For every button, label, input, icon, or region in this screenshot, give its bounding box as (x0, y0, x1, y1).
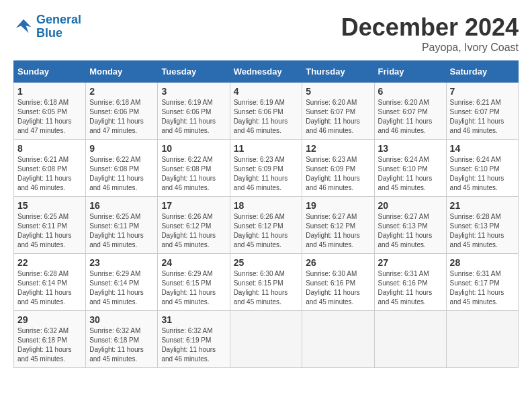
day-info: Sunrise: 6:28 AM Sunset: 6:13 PM Dayligh… (450, 212, 515, 250)
day-info: Sunrise: 6:20 AM Sunset: 6:07 PM Dayligh… (306, 98, 370, 136)
location: Payopa, Ivory Coast (341, 42, 519, 54)
calendar-cell: 13Sunrise: 6:24 AM Sunset: 6:10 PM Dayli… (374, 140, 446, 197)
day-number: 12 (306, 143, 370, 154)
month-title: December 2024 (341, 13, 519, 42)
day-number: 28 (450, 257, 515, 268)
day-info: Sunrise: 6:30 AM Sunset: 6:16 PM Dayligh… (306, 269, 370, 307)
day-number: 25 (234, 257, 299, 268)
day-number: 31 (161, 314, 226, 325)
calendar-cell: 5Sunrise: 6:20 AM Sunset: 6:07 PM Daylig… (302, 83, 374, 140)
day-number: 16 (89, 200, 154, 211)
calendar-cell: 22Sunrise: 6:28 AM Sunset: 6:14 PM Dayli… (14, 254, 86, 311)
calendar-cell (302, 311, 374, 368)
logo: General Blue (13, 13, 81, 40)
day-number: 9 (89, 143, 154, 154)
svg-marker-0 (16, 19, 32, 33)
day-number: 3 (161, 86, 226, 97)
weekday-header-sunday: Sunday (14, 61, 86, 83)
calendar-cell: 30Sunrise: 6:32 AM Sunset: 6:18 PM Dayli… (86, 311, 158, 368)
day-number: 29 (17, 314, 82, 325)
weekday-header-friday: Friday (374, 61, 446, 83)
calendar-cell: 3Sunrise: 6:19 AM Sunset: 6:06 PM Daylig… (158, 83, 230, 140)
weekday-header-row: SundayMondayTuesdayWednesdayThursdayFrid… (14, 61, 519, 83)
day-number: 10 (161, 143, 226, 154)
weekday-header-wednesday: Wednesday (230, 61, 302, 83)
calendar-cell: 25Sunrise: 6:30 AM Sunset: 6:15 PM Dayli… (230, 254, 302, 311)
weekday-header-monday: Monday (86, 61, 158, 83)
title-block: December 2024 Payopa, Ivory Coast (341, 13, 519, 54)
weekday-header-tuesday: Tuesday (158, 61, 230, 83)
day-info: Sunrise: 6:18 AM Sunset: 6:06 PM Dayligh… (89, 98, 154, 136)
day-info: Sunrise: 6:21 AM Sunset: 6:08 PM Dayligh… (17, 155, 82, 193)
calendar-cell: 20Sunrise: 6:27 AM Sunset: 6:13 PM Dayli… (374, 197, 446, 254)
calendar-week-row: 15Sunrise: 6:25 AM Sunset: 6:11 PM Dayli… (14, 197, 519, 254)
day-info: Sunrise: 6:19 AM Sunset: 6:06 PM Dayligh… (161, 98, 226, 136)
calendar-table: SundayMondayTuesdayWednesdayThursdayFrid… (13, 60, 519, 368)
calendar-cell (446, 311, 518, 368)
calendar-cell: 11Sunrise: 6:23 AM Sunset: 6:09 PM Dayli… (230, 140, 302, 197)
day-info: Sunrise: 6:18 AM Sunset: 6:05 PM Dayligh… (17, 98, 82, 136)
day-info: Sunrise: 6:28 AM Sunset: 6:14 PM Dayligh… (17, 269, 82, 307)
logo-text: General Blue (36, 13, 81, 40)
calendar-week-row: 1Sunrise: 6:18 AM Sunset: 6:05 PM Daylig… (14, 83, 519, 140)
day-info: Sunrise: 6:27 AM Sunset: 6:13 PM Dayligh… (378, 212, 443, 250)
calendar-cell: 14Sunrise: 6:24 AM Sunset: 6:10 PM Dayli… (446, 140, 518, 197)
day-number: 8 (17, 143, 82, 154)
calendar-cell (230, 311, 302, 368)
day-info: Sunrise: 6:30 AM Sunset: 6:15 PM Dayligh… (234, 269, 299, 307)
calendar-cell: 24Sunrise: 6:29 AM Sunset: 6:15 PM Dayli… (158, 254, 230, 311)
day-info: Sunrise: 6:29 AM Sunset: 6:15 PM Dayligh… (161, 269, 226, 307)
day-info: Sunrise: 6:20 AM Sunset: 6:07 PM Dayligh… (378, 98, 443, 136)
day-number: 5 (306, 86, 370, 97)
calendar-cell: 28Sunrise: 6:31 AM Sunset: 6:17 PM Dayli… (446, 254, 518, 311)
calendar-week-row: 8Sunrise: 6:21 AM Sunset: 6:08 PM Daylig… (14, 140, 519, 197)
day-info: Sunrise: 6:19 AM Sunset: 6:06 PM Dayligh… (234, 98, 299, 136)
day-info: Sunrise: 6:24 AM Sunset: 6:10 PM Dayligh… (450, 155, 515, 193)
calendar-cell: 18Sunrise: 6:26 AM Sunset: 6:12 PM Dayli… (230, 197, 302, 254)
calendar-cell: 16Sunrise: 6:25 AM Sunset: 6:11 PM Dayli… (86, 197, 158, 254)
calendar-cell: 10Sunrise: 6:22 AM Sunset: 6:08 PM Dayli… (158, 140, 230, 197)
day-number: 27 (378, 257, 443, 268)
calendar-cell: 7Sunrise: 6:21 AM Sunset: 6:07 PM Daylig… (446, 83, 518, 140)
day-number: 1 (17, 86, 82, 97)
day-info: Sunrise: 6:21 AM Sunset: 6:07 PM Dayligh… (450, 98, 515, 136)
day-info: Sunrise: 6:23 AM Sunset: 6:09 PM Dayligh… (234, 155, 299, 193)
day-info: Sunrise: 6:22 AM Sunset: 6:08 PM Dayligh… (89, 155, 154, 193)
calendar-cell: 2Sunrise: 6:18 AM Sunset: 6:06 PM Daylig… (86, 83, 158, 140)
calendar-cell: 1Sunrise: 6:18 AM Sunset: 6:05 PM Daylig… (14, 83, 86, 140)
day-number: 15 (17, 200, 82, 211)
day-number: 18 (234, 200, 299, 211)
calendar-cell: 17Sunrise: 6:26 AM Sunset: 6:12 PM Dayli… (158, 197, 230, 254)
day-number: 2 (89, 86, 154, 97)
logo-icon (13, 17, 34, 37)
calendar-cell: 12Sunrise: 6:23 AM Sunset: 6:09 PM Dayli… (302, 140, 374, 197)
day-info: Sunrise: 6:22 AM Sunset: 6:08 PM Dayligh… (161, 155, 226, 193)
calendar-cell: 6Sunrise: 6:20 AM Sunset: 6:07 PM Daylig… (374, 83, 446, 140)
day-number: 24 (161, 257, 226, 268)
day-info: Sunrise: 6:26 AM Sunset: 6:12 PM Dayligh… (161, 212, 226, 250)
day-info: Sunrise: 6:32 AM Sunset: 6:18 PM Dayligh… (89, 326, 154, 364)
day-info: Sunrise: 6:31 AM Sunset: 6:17 PM Dayligh… (450, 269, 515, 307)
day-info: Sunrise: 6:32 AM Sunset: 6:19 PM Dayligh… (161, 326, 226, 364)
day-number: 17 (161, 200, 226, 211)
page-header: General Blue December 2024 Payopa, Ivory… (13, 13, 519, 54)
calendar-cell: 8Sunrise: 6:21 AM Sunset: 6:08 PM Daylig… (14, 140, 86, 197)
day-number: 19 (306, 200, 370, 211)
day-info: Sunrise: 6:27 AM Sunset: 6:12 PM Dayligh… (306, 212, 370, 250)
day-number: 4 (234, 86, 299, 97)
day-number: 13 (378, 143, 443, 154)
day-number: 26 (306, 257, 370, 268)
day-info: Sunrise: 6:24 AM Sunset: 6:10 PM Dayligh… (378, 155, 443, 193)
calendar-cell: 9Sunrise: 6:22 AM Sunset: 6:08 PM Daylig… (86, 140, 158, 197)
calendar-cell: 26Sunrise: 6:30 AM Sunset: 6:16 PM Dayli… (302, 254, 374, 311)
calendar-cell: 15Sunrise: 6:25 AM Sunset: 6:11 PM Dayli… (14, 197, 86, 254)
day-number: 6 (378, 86, 443, 97)
weekday-header-saturday: Saturday (446, 61, 518, 83)
day-number: 23 (89, 257, 154, 268)
day-info: Sunrise: 6:25 AM Sunset: 6:11 PM Dayligh… (89, 212, 154, 250)
calendar-cell: 21Sunrise: 6:28 AM Sunset: 6:13 PM Dayli… (446, 197, 518, 254)
calendar-cell: 27Sunrise: 6:31 AM Sunset: 6:16 PM Dayli… (374, 254, 446, 311)
day-number: 22 (17, 257, 82, 268)
day-number: 30 (89, 314, 154, 325)
day-number: 11 (234, 143, 299, 154)
